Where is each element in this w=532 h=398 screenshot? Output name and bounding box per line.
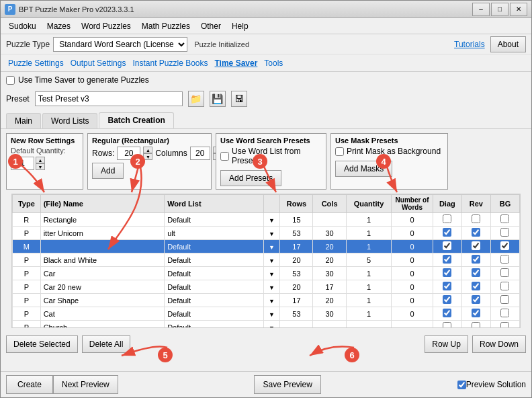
tools-link[interactable]: Tools	[262, 57, 285, 69]
table-row[interactable]: P Car Default ▼ 53 30 1 0	[13, 267, 520, 280]
cell-dd[interactable]: ▼	[263, 227, 280, 240]
cell-bg[interactable]	[490, 253, 519, 267]
delete-selected-button[interactable]: Delete Selected	[6, 335, 78, 353]
table-row[interactable]: P Black and White Default ▼ 20 20 5 0	[13, 253, 520, 267]
output-settings-link[interactable]: Output Settings	[69, 57, 128, 69]
table-row[interactable]: P itter Unicorn ult ▼ 53 30 1 0	[13, 227, 520, 240]
qty-down-btn[interactable]: ▼	[36, 163, 45, 170]
cell-rev[interactable]	[461, 321, 490, 329]
puzzle-type-select[interactable]: Standard Word Search (Licensed)	[53, 37, 187, 52]
cell-dd[interactable]: ▼	[263, 294, 280, 307]
cell-bg[interactable]	[490, 267, 519, 280]
about-button[interactable]: About	[490, 36, 526, 52]
preview-solution-checkbox[interactable]	[457, 381, 466, 389]
cell-rows: 17	[280, 294, 313, 307]
menu-word-puzzles[interactable]: Word Puzzles	[76, 20, 136, 32]
cell-diag[interactable]	[433, 213, 461, 227]
maximize-button[interactable]: □	[491, 3, 508, 16]
cell-cols: 20	[313, 253, 346, 267]
cell-diag[interactable]	[433, 321, 461, 329]
cell-bg[interactable]	[490, 240, 519, 253]
menu-mazes[interactable]: Mazes	[42, 20, 76, 32]
cell-dd[interactable]: ▼	[263, 240, 280, 253]
annotation-2: 2	[130, 154, 145, 169]
cell-diag[interactable]	[433, 294, 461, 307]
puzzle-settings-link[interactable]: Puzzle Settings	[6, 57, 66, 69]
cell-rev[interactable]	[461, 280, 490, 294]
cell-rev[interactable]	[461, 253, 490, 267]
cell-bg[interactable]	[490, 280, 519, 294]
table-row[interactable]: P Cat Default ▼ 53 30 1 0	[13, 307, 520, 321]
create-button[interactable]: Create	[6, 375, 53, 394]
cell-rev[interactable]	[461, 307, 490, 321]
rows-up-btn[interactable]: ▲	[143, 147, 152, 153]
menu-help[interactable]: Help	[226, 20, 254, 32]
menu-math-puzzles[interactable]: Math Puzzles	[136, 20, 195, 32]
next-preview-button[interactable]: Next Preview	[53, 375, 118, 394]
save-as-preset-button[interactable]: 🖫	[231, 91, 247, 107]
add-presets-button[interactable]: Add Presets	[220, 170, 281, 186]
table-row[interactable]: P Car 20 new Default ▼ 20 17 1 0	[13, 280, 520, 294]
regular-rectangular-group: Regular (Rectangular) Rows: ▲ ▼ Columns …	[87, 133, 212, 190]
cell-dd[interactable]: ▼	[263, 213, 280, 227]
cell-bg[interactable]	[490, 321, 519, 329]
cell-dd[interactable]: ▼	[263, 321, 280, 329]
use-time-saver-checkbox[interactable]	[6, 76, 15, 85]
cell-rev[interactable]	[461, 267, 490, 280]
menu-other[interactable]: Other	[195, 20, 226, 32]
col-type: Type	[13, 195, 41, 213]
row-down-button[interactable]: Row Down	[472, 335, 526, 353]
save-preset-button[interactable]: 💾	[210, 91, 226, 107]
minimize-button[interactable]: –	[472, 3, 490, 16]
cell-diag[interactable]	[433, 253, 461, 267]
row-up-button[interactable]: Row Up	[425, 335, 468, 353]
cols-input[interactable]	[190, 147, 210, 160]
tab-batch-creation[interactable]: Batch Creation	[99, 112, 173, 128]
instant-puzzle-books-link[interactable]: Instant Puzzle Books	[130, 57, 210, 69]
qty-up-btn[interactable]: ▲	[36, 157, 45, 163]
annotation-3: 3	[253, 154, 267, 169]
tab-main[interactable]: Main	[6, 113, 41, 128]
cell-bg[interactable]	[490, 227, 519, 240]
cell-bg[interactable]	[490, 307, 519, 321]
open-preset-button[interactable]: 📁	[188, 91, 204, 107]
use-word-list-checkbox[interactable]	[220, 152, 229, 161]
tutorials-button[interactable]: Tutorials	[451, 38, 488, 50]
cell-diag[interactable]	[433, 267, 461, 280]
tab-word-lists[interactable]: Word Lists	[42, 113, 97, 128]
cell-diag[interactable]	[433, 240, 461, 253]
cell-name: Cat	[40, 307, 164, 321]
preset-row: Preset 📁 💾 🖫	[1, 88, 531, 110]
default-qty-label: Default Quantity:	[11, 147, 79, 155]
cell-dd[interactable]: ▼	[263, 267, 280, 280]
cell-dd[interactable]: ▼	[263, 280, 280, 294]
print-mask-checkbox[interactable]	[335, 147, 344, 156]
cols-label: Columns	[155, 149, 187, 158]
delete-all-button[interactable]: Delete All	[82, 335, 131, 353]
rows-label: Rows:	[92, 149, 114, 158]
cell-rev[interactable]	[461, 227, 490, 240]
cell-rev[interactable]	[461, 213, 490, 227]
regular-title: Regular (Rectangular)	[92, 136, 207, 145]
cell-rev[interactable]	[461, 240, 490, 253]
table-row[interactable]: P Car Shape Default ▼ 17 20 1 0	[13, 294, 520, 307]
table-row[interactable]: R Rectangle Default ▼ 15 1 0	[13, 213, 520, 227]
cell-dd[interactable]: ▼	[263, 253, 280, 267]
table-row[interactable]: M Default ▼ 17 20 1 0	[13, 240, 520, 253]
cell-dd[interactable]: ▼	[263, 307, 280, 321]
time-saver-link[interactable]: Time Saver	[213, 57, 260, 69]
add-regular-button[interactable]: Add	[92, 163, 124, 179]
cell-diag[interactable]	[433, 307, 461, 321]
cell-diag[interactable]	[433, 280, 461, 294]
preset-input[interactable]	[35, 91, 183, 106]
cell-bg[interactable]	[490, 294, 519, 307]
cell-wordlist: Default	[165, 294, 264, 307]
table-row[interactable]: P Church Default ▼	[13, 321, 520, 329]
menu-sudoku[interactable]: Sudoku	[3, 20, 42, 32]
cell-rev[interactable]	[461, 294, 490, 307]
cell-diag[interactable]	[433, 227, 461, 240]
cell-bg[interactable]	[490, 213, 519, 227]
save-preview-button[interactable]: Save Preview	[254, 375, 320, 394]
close-button[interactable]: ✕	[510, 3, 527, 16]
cell-numwords: 0	[392, 227, 433, 240]
